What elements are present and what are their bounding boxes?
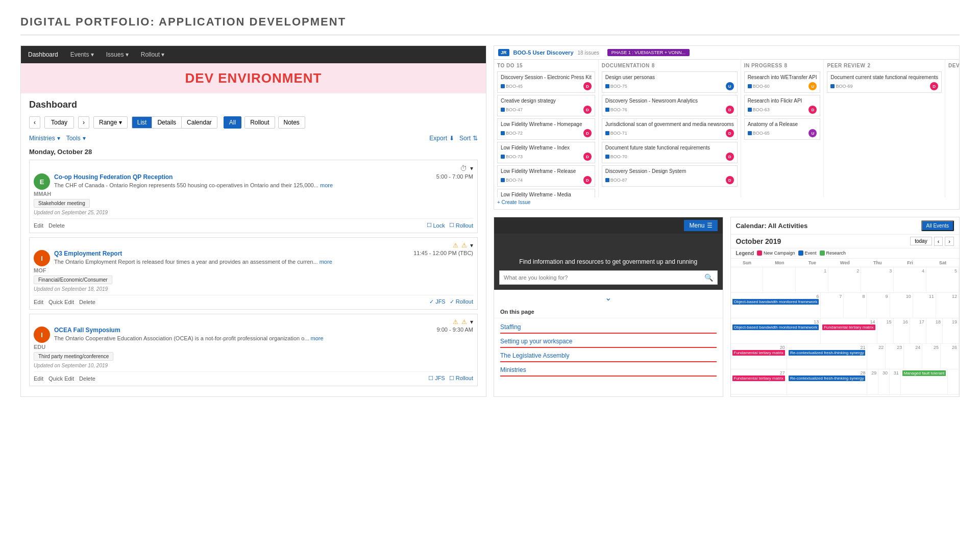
search-btn[interactable]: 🔍 — [700, 271, 717, 284]
all-events-btn[interactable]: All Events — [921, 220, 954, 231]
rollout-filter-btn[interactable]: Rollout — [244, 116, 275, 129]
cal-cell[interactable]: 23 — [886, 344, 904, 369]
expand-icon-2[interactable]: ▾ — [470, 242, 473, 249]
cal-cell[interactable]: 24 — [904, 344, 922, 369]
jira-card[interactable]: Low Fidelity Wireframe - Media BOO-77 D — [497, 189, 595, 197]
ministries-filter[interactable]: Ministries ▾ — [29, 135, 60, 142]
cal-cell[interactable] — [948, 369, 959, 395]
quick-edit-btn-3[interactable]: Quick Edit — [48, 375, 74, 382]
details-view-btn[interactable]: Details — [152, 117, 182, 128]
list-view-btn[interactable]: List — [132, 117, 153, 128]
cal-cell[interactable]: 15 — [877, 318, 894, 344]
cal-cell[interactable]: Managed fault tolerant — [901, 369, 948, 395]
cal-cell[interactable]: 22 — [867, 344, 886, 369]
edit-btn-2[interactable]: Edit — [34, 299, 43, 305]
cal-cell[interactable]: 16 — [894, 318, 910, 344]
cal-cell[interactable]: 10 — [890, 293, 913, 318]
jira-card[interactable]: Design user personas BOO-75 U — [602, 71, 738, 93]
jira-card[interactable]: Low Fidelity Wireframe - Release BOO-74 … — [497, 165, 595, 187]
cal-cell[interactable]: 29 — [867, 369, 878, 395]
more-link-2[interactable]: more — [320, 259, 332, 265]
cal-today-btn[interactable]: today — [910, 237, 932, 245]
cal-cell[interactable]: 26 — [941, 344, 959, 369]
jira-card[interactable]: Low Fidelity Wireframe - Index BOO-73 D — [497, 142, 595, 163]
cal-next-btn[interactable]: › — [945, 237, 954, 246]
jira-card[interactable]: Anatomy of a Release BOO-65 U — [744, 118, 821, 140]
jira-card[interactable]: Jurisdictional scan of government and me… — [602, 118, 738, 140]
tools-filter[interactable]: Tools ▾ — [66, 135, 86, 142]
cal-cell[interactable]: 4 — [894, 267, 926, 293]
trans-link-text-2[interactable]: Setting up your workspace — [500, 338, 572, 345]
cal-cell[interactable]: 12 — [936, 293, 959, 318]
cal-cell[interactable]: 1 — [796, 267, 828, 293]
trans-link-text-4[interactable]: Ministries — [500, 366, 526, 373]
cal-cell[interactable]: 19 — [943, 318, 959, 344]
range-btn[interactable]: Range ▾ — [93, 116, 128, 129]
jfs-link-2[interactable]: ✓ JFS — [429, 298, 446, 305]
jira-card[interactable]: Creative design strategy BOO-47 D — [497, 95, 595, 116]
expand-icon-1[interactable]: ▾ — [470, 165, 473, 172]
nav-dashboard[interactable]: Dashboard — [26, 48, 60, 61]
event-title-3[interactable]: OCEA Fall Symposium — [54, 327, 432, 334]
cal-cell[interactable]: 7 — [821, 293, 844, 318]
lock-link-1[interactable]: ☐ Lock — [427, 222, 445, 229]
jira-project-title[interactable]: BOO-5 User Discovery — [513, 49, 574, 56]
cal-cell[interactable]: 9 — [867, 293, 890, 318]
cal-cell[interactable]: 17 — [910, 318, 926, 344]
jira-card[interactable]: Low Fidelity Wireframe - Homepage BOO-72… — [497, 118, 595, 140]
delete-btn-2[interactable]: Delete — [79, 299, 95, 305]
next-btn[interactable]: › — [78, 116, 89, 129]
cal-cell[interactable]: 8 — [844, 293, 867, 318]
cal-cell[interactable]: 31 — [890, 369, 901, 395]
search-input[interactable] — [500, 271, 700, 284]
trans-link-text-1[interactable]: Staffing — [500, 323, 521, 331]
rollout-link-2[interactable]: ✓ Rollout — [450, 298, 473, 305]
edit-btn-1[interactable]: Edit — [34, 222, 43, 229]
export-link[interactable]: Export ⬇ — [429, 135, 454, 142]
nav-issues[interactable]: Issues ▾ — [104, 48, 131, 61]
jira-card[interactable]: Discovery Session - Electronic Press Kit… — [497, 71, 595, 93]
prev-btn[interactable]: ‹ — [29, 116, 40, 129]
cal-cell[interactable]: 2 — [828, 267, 861, 293]
cal-cell[interactable]: 28 Re-contextualized fresh-thinking syne… — [787, 369, 868, 395]
rollout-link-1[interactable]: ☐ Rollout — [449, 222, 473, 229]
cal-prev-btn[interactable]: ‹ — [934, 237, 943, 246]
cal-cell[interactable]: 14 Fundamental tertiary matrix — [821, 318, 877, 344]
edit-btn-3[interactable]: Edit — [34, 375, 43, 382]
jira-card[interactable]: Research into Flickr API BOO-63 D — [744, 95, 821, 116]
nav-events[interactable]: Events ▾ — [68, 48, 96, 61]
cal-cell[interactable]: 21 Re-contextualized fresh-thinking syne… — [787, 344, 868, 369]
create-issue-link[interactable]: + Create Issue — [494, 197, 959, 207]
cal-cell[interactable]: 3 — [861, 267, 894, 293]
delete-btn-1[interactable]: Delete — [48, 222, 65, 229]
nav-rollout[interactable]: Rollout ▾ — [139, 48, 167, 61]
delete-btn-3[interactable]: Delete — [79, 375, 95, 382]
cal-cell[interactable]: 20 Fundamental tertiary matrix — [731, 344, 787, 369]
all-filter-btn[interactable]: All — [224, 116, 241, 129]
trans-link-text-3[interactable]: The Legislative Assembly — [500, 352, 569, 359]
trans-menu-btn[interactable]: Menu ☰ — [684, 220, 717, 231]
cal-cell[interactable]: 25 — [922, 344, 941, 369]
today-btn[interactable]: Today — [44, 116, 74, 129]
calendar-view-btn[interactable]: Calendar — [182, 117, 217, 128]
cal-cell[interactable]: 13 Object-based bandwidth monitored fram… — [731, 318, 821, 344]
scroll-indicator[interactable]: ⌄ — [494, 290, 723, 306]
cal-cell[interactable]: 30 — [878, 369, 890, 395]
sort-link[interactable]: Sort ⇅ — [459, 135, 478, 142]
cal-cell[interactable]: 6 Object-based bandwidth monitored frame… — [731, 293, 821, 318]
more-link-1[interactable]: more — [320, 182, 333, 188]
expand-icon-3[interactable]: ▾ — [470, 318, 473, 325]
more-link-3[interactable]: more — [311, 335, 324, 341]
jfs-link-3[interactable]: ☐ JFS — [428, 375, 445, 382]
jira-card[interactable]: Discovery Session - Newsroom Analytics B… — [602, 95, 738, 116]
event-title-2[interactable]: Q3 Employment Report — [54, 250, 409, 257]
jira-card[interactable]: Document current state functional requir… — [827, 71, 942, 93]
cal-cell[interactable]: 11 — [913, 293, 936, 318]
rollout-link-3[interactable]: ☐ Rollout — [449, 375, 473, 382]
cal-cell[interactable]: 27 Fundamental tertiary matrix — [731, 369, 787, 395]
cal-cell[interactable]: 18 — [926, 318, 943, 344]
jira-card[interactable]: Discovery Session - Design System BOO-87… — [602, 165, 738, 187]
jira-card[interactable]: Document future state functional require… — [602, 142, 738, 163]
quick-edit-btn-2[interactable]: Quick Edit — [48, 299, 74, 305]
event-title-1[interactable]: Co-op Housing Federation QP Reception — [54, 173, 432, 181]
